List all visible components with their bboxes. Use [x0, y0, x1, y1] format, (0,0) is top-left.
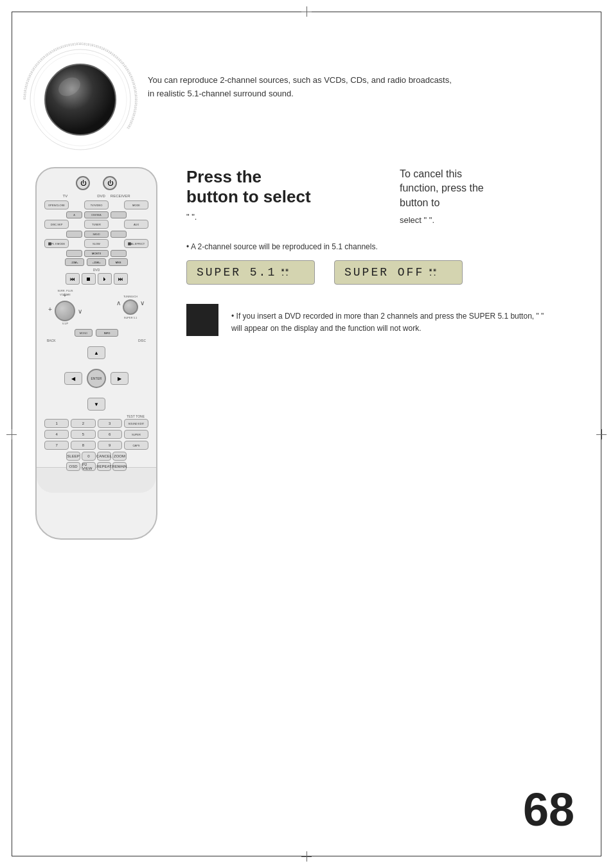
- vol-arrow[interactable]: ∨: [78, 308, 82, 315]
- tuning-down[interactable]: ∨: [140, 299, 145, 315]
- main-content: ⏻ ⏻ TV DVD RECEIVER OPEN/CLOSE TV/VIDEO …: [19, 167, 594, 540]
- nav-up-btn[interactable]: ▲: [87, 346, 105, 359]
- dvd-section: If you insert a DVD recorded in more tha…: [186, 304, 594, 346]
- plus15-btn[interactable]: +15M+: [87, 258, 106, 266]
- press-title-line2: button to select: [186, 187, 311, 206]
- sleep-btn[interactable]: SLEEP: [66, 452, 80, 461]
- num6[interactable]: 6: [98, 430, 122, 439]
- cancel-title-3: button to: [400, 197, 440, 208]
- blank-btn[interactable]: [111, 211, 127, 218]
- note-section: If you insert a DVD recorded in more tha…: [231, 310, 544, 335]
- slow-btn[interactable]: SLOW: [84, 239, 109, 248]
- mono-info-row: MONO INFO: [42, 329, 151, 337]
- open-close-btn[interactable]: OPEN/CLOSE: [44, 200, 69, 209]
- tv-video-btn[interactable]: TV/VIDEO: [84, 200, 109, 209]
- receiver-label: RECEIVER: [111, 194, 130, 198]
- mosti-btn[interactable]: MOST/I: [84, 250, 109, 257]
- disc-skip-btn[interactable]: DISC.SKP: [44, 220, 69, 229]
- top-section: 0101010101010101010101010101010101010101…: [19, 39, 594, 154]
- dash-btn[interactable]: [66, 231, 82, 238]
- vol-col: SURR. PLUS VOLUME + ∨ V-UP: [48, 289, 82, 325]
- num2[interactable]: 2: [71, 419, 95, 428]
- sound-edit[interactable]: SOUND EDIT: [124, 419, 148, 428]
- page-number: 68: [523, 783, 574, 836]
- tuning-up[interactable]: ∧: [116, 299, 121, 315]
- pl-ii-btn[interactable]: ⬛PL II MODE: [44, 239, 69, 248]
- num1[interactable]: 1: [44, 419, 69, 428]
- stop-btn[interactable]: ⏹: [82, 273, 96, 285]
- vol-tuning-row: SURR. PLUS VOLUME + ∨ V-UP TUNING/CH: [42, 287, 151, 328]
- aux-btn[interactable]: AUX: [124, 220, 148, 229]
- al-effect-btn[interactable]: ⬛AL.EFFECT: [124, 239, 148, 248]
- press-title-line1: Press the: [186, 167, 262, 186]
- right-content: Press the button to select " ". To cance…: [173, 167, 594, 346]
- band-btn[interactable]: BAND: [84, 231, 109, 238]
- repeat-btn[interactable]: REPEAT: [97, 462, 111, 471]
- vol-knob[interactable]: [55, 301, 75, 321]
- mode-btn[interactable]: MODE: [124, 200, 148, 209]
- pad2[interactable]: [111, 250, 127, 257]
- display-super51: SUPER 5.1 ▣▣ ▪▪: [186, 260, 315, 285]
- intro-line1: You can reproduce 2-channel sources, suc…: [148, 75, 452, 85]
- press-box: Press the button to select " ".: [186, 167, 380, 222]
- pad1[interactable]: [66, 250, 82, 257]
- marker-top-center: [301, 6, 312, 17]
- mss-btn[interactable]: MSS: [109, 258, 128, 266]
- osd-btn[interactable]: OSD: [66, 462, 80, 471]
- cancel-title: To cancel this function, press the butto…: [400, 167, 594, 210]
- bullet1-text: A 2-channel source will be reproduced in…: [186, 241, 594, 252]
- dimmer-btn[interactable]: DIM/M/A: [84, 211, 109, 218]
- nav-left-btn[interactable]: ◀: [64, 372, 82, 385]
- num3[interactable]: 3: [98, 419, 122, 428]
- play-pause-btn[interactable]: ⏵: [98, 273, 112, 285]
- remain-btn[interactable]: REMAIN: [112, 462, 127, 471]
- minus15-btn[interactable]: -15M+: [65, 258, 84, 266]
- a-btn[interactable]: A: [66, 211, 82, 218]
- num5[interactable]: 5: [71, 430, 95, 439]
- mono-btn[interactable]: MONO: [75, 329, 93, 337]
- prev-btn[interactable]: ⏮: [66, 273, 80, 285]
- super-51-label: SUPER 5.1: [124, 316, 137, 319]
- remote-bottom: [37, 467, 156, 493]
- cancel-subtitle: select " ".: [400, 215, 594, 225]
- nav-down-btn[interactable]: ▼: [87, 398, 105, 411]
- disc-nav-label: DISC: [138, 339, 146, 342]
- tuning-knob[interactable]: [123, 299, 138, 315]
- numpad: 1 2 3 SOUND EDIT 4 5 6 SUPER 7 8 9 CAPS: [42, 419, 151, 450]
- power-btn-left[interactable]: ⏻: [76, 176, 90, 190]
- transport-row: ⏮ ⏹ ⏵ ⏭: [42, 273, 151, 285]
- info-btn[interactable]: INFO: [96, 329, 118, 337]
- test-tone-label: TEST TONE: [42, 414, 151, 418]
- next-btn[interactable]: ⏭: [114, 273, 128, 285]
- note-text2: ": [541, 312, 544, 321]
- dvd-left: [186, 304, 218, 346]
- num9[interactable]: 9: [98, 441, 122, 450]
- num0[interactable]: 0: [82, 452, 96, 461]
- dvd-section-label: DVD: [42, 268, 151, 272]
- super-caps[interactable]: SUPER: [124, 430, 148, 439]
- enter-btn[interactable]: ENTER: [87, 369, 106, 388]
- display-super-off: SUPER OFF ▣▣ ▪▪: [334, 260, 463, 285]
- caps[interactable]: CAPS: [124, 441, 148, 450]
- vol-plus[interactable]: +: [48, 306, 52, 313]
- note-text1: If you insert a DVD recorded in more tha…: [236, 312, 539, 321]
- p2view-btn[interactable]: P2 VIEW: [82, 462, 96, 471]
- cancel-remote-btn[interactable]: CANCEL: [97, 452, 111, 461]
- tuner-btn[interactable]: TUNER: [84, 220, 109, 229]
- bottom-btn-row1: SLEEP 0 CANCEL ZOOM: [42, 452, 151, 461]
- num4[interactable]: 4: [44, 430, 69, 439]
- press-subtitle: " ".: [186, 212, 380, 222]
- nav-right-btn[interactable]: ▶: [111, 372, 129, 385]
- intro-text: You can reproduce 2-channel sources, suc…: [148, 39, 452, 101]
- empty-btn[interactable]: [111, 231, 127, 238]
- svg-point-3: [45, 64, 116, 135]
- zoom-btn[interactable]: ZOOM: [112, 452, 127, 461]
- back-label: BACK: [47, 339, 56, 342]
- power-btn-right[interactable]: ⏻: [103, 176, 117, 190]
- press-title: Press the button to select: [186, 167, 380, 207]
- remote-container: ⏻ ⏻ TV DVD RECEIVER OPEN/CLOSE TV/VIDEO …: [19, 167, 173, 540]
- row-disc-skip: DISC.SKP TUNER AUX: [42, 220, 151, 229]
- num8[interactable]: 8: [71, 441, 95, 450]
- tuning-label: TUNING/CH: [123, 295, 138, 298]
- num7[interactable]: 7: [44, 441, 69, 450]
